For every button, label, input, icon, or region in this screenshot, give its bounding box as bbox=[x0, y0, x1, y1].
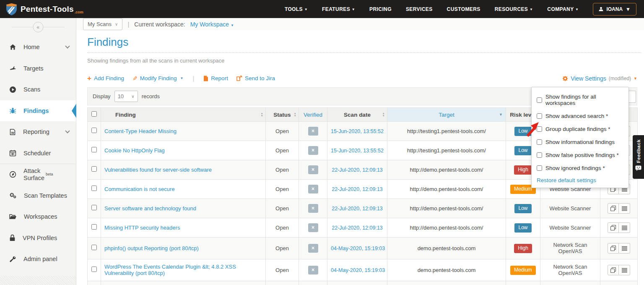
select-all-checkbox[interactable] bbox=[91, 111, 97, 117]
sidebar-collapse-button[interactable] bbox=[33, 22, 43, 32]
scan-date-link[interactable]: 22-Jul-2020, 12:09:13 bbox=[332, 225, 383, 231]
sidebar-item-reporting[interactable]: W Reporting bbox=[0, 121, 76, 143]
row-checkbox[interactable] bbox=[91, 147, 97, 152]
nav-company[interactable]: COMPANY bbox=[547, 6, 579, 12]
menu-item-show-false-positive-findings[interactable]: Show false positive findings * bbox=[532, 149, 628, 162]
menu-item-show-advanced-search[interactable]: Show advanced search * bbox=[532, 110, 628, 123]
column-header-status[interactable]: Status bbox=[266, 108, 299, 122]
nav-features[interactable]: FEATURES bbox=[322, 6, 355, 12]
sidebar-item-admin-panel[interactable]: Admin panel bbox=[0, 248, 76, 270]
checkbox[interactable] bbox=[537, 152, 542, 158]
verified-toggle-button[interactable] bbox=[308, 266, 318, 275]
row-checkbox[interactable] bbox=[91, 267, 97, 272]
checkbox[interactable] bbox=[537, 113, 542, 119]
finding-link[interactable]: Communication is not secure bbox=[104, 186, 175, 192]
list-icon bbox=[622, 225, 627, 230]
view-settings-button[interactable]: View Settings (modified) ▼ bbox=[562, 75, 637, 82]
details-button[interactable] bbox=[619, 222, 630, 233]
duplicate-finding-button[interactable] bbox=[608, 203, 619, 214]
details-button[interactable] bbox=[619, 265, 630, 275]
sidebar-item-findings[interactable]: Findings bbox=[0, 100, 76, 122]
verified-toggle-button[interactable] bbox=[308, 204, 318, 213]
nav-customers[interactable]: CUSTOMERS bbox=[447, 6, 480, 12]
nav-services[interactable]: SERVICES bbox=[406, 6, 433, 12]
row-checkbox-cell[interactable] bbox=[88, 122, 101, 141]
scan-date-link[interactable]: 22-Jul-2020, 12:09:13 bbox=[332, 167, 383, 173]
my-scans-dropdown[interactable]: My Scans∨ bbox=[83, 18, 122, 30]
scan-date-link[interactable]: 04-May-2020, 15:19:03 bbox=[331, 246, 385, 251]
verified-toggle-button[interactable] bbox=[308, 244, 318, 253]
nav-tools[interactable]: TOOLS bbox=[285, 6, 308, 12]
row-checkbox[interactable] bbox=[91, 245, 97, 250]
verified-toggle-button[interactable] bbox=[308, 223, 318, 232]
finding-link[interactable]: Vulnerabilities found for server-side so… bbox=[104, 167, 212, 173]
sidebar-item-scheduler[interactable]: Scheduler bbox=[0, 143, 76, 164]
row-checkbox-cell[interactable] bbox=[88, 218, 101, 238]
details-button[interactable] bbox=[619, 203, 630, 214]
records-per-page-select[interactable]: 10∨ bbox=[114, 91, 138, 102]
sidebar-item-vpn-profiles[interactable]: VPN Profiles bbox=[0, 227, 76, 249]
nav-pricing[interactable]: PRICING bbox=[369, 6, 392, 12]
row-checkbox[interactable] bbox=[91, 205, 97, 210]
restore-default-settings-link[interactable]: Restore default settings bbox=[532, 175, 628, 185]
add-finding-button[interactable]: +Add Finding bbox=[87, 75, 124, 81]
details-button[interactable] bbox=[619, 243, 630, 254]
sidebar-item-targets[interactable]: Targets bbox=[0, 58, 76, 79]
duplicate-finding-button[interactable] bbox=[608, 222, 619, 233]
row-checkbox-cell[interactable] bbox=[88, 238, 101, 259]
scan-date-link[interactable]: 04-May-2020, 15:19:03 bbox=[331, 267, 385, 273]
sidebar-item-scans[interactable]: Scans bbox=[0, 79, 76, 100]
modify-finding-button[interactable]: Modify Finding▼ bbox=[132, 75, 183, 82]
row-checkbox-cell[interactable] bbox=[88, 180, 101, 199]
verified-toggle-button[interactable] bbox=[308, 165, 318, 174]
row-checkbox-cell[interactable] bbox=[88, 199, 101, 218]
verified-toggle-button[interactable] bbox=[308, 185, 318, 193]
row-checkbox-cell[interactable] bbox=[88, 141, 101, 160]
sidebar-item-workspaces[interactable]: Workspaces bbox=[0, 206, 76, 227]
checkbox[interactable] bbox=[537, 139, 542, 145]
scan-date-link[interactable]: 15-Jun-2020, 13:55:52 bbox=[331, 148, 384, 154]
user-menu-button[interactable]: IOANA bbox=[593, 3, 636, 16]
feedback-tab[interactable]: Feedback bbox=[633, 135, 644, 179]
finding-link[interactable]: Content-Type Header Missing bbox=[104, 128, 177, 134]
menu-item-show-ignored-findings[interactable]: Show ignored findings * bbox=[532, 162, 628, 175]
menu-item-show-informational-findings[interactable]: Show informational findings bbox=[532, 136, 628, 149]
finding-link[interactable]: Missing HTTP security headers bbox=[104, 225, 180, 231]
row-checkbox[interactable] bbox=[91, 128, 97, 133]
column-header-target[interactable]: Target▼ bbox=[387, 108, 506, 122]
scan-date-link[interactable]: 22-Jul-2020, 12:09:13 bbox=[332, 206, 383, 212]
finding-link[interactable]: WordPress The Events Calendar Plugin &lt… bbox=[104, 264, 262, 276]
column-header-verified[interactable]: Verified bbox=[299, 108, 327, 122]
row-checkbox-cell[interactable] bbox=[88, 281, 101, 285]
menu-item-group-duplicate-findings[interactable]: Group duplicate findings * bbox=[532, 123, 628, 136]
scan-date-link[interactable]: 15-Jun-2020, 13:55:52 bbox=[331, 128, 384, 134]
report-button[interactable]: Report bbox=[203, 75, 228, 81]
verified-toggle-button[interactable] bbox=[308, 146, 318, 155]
sidebar-item-attack-surface[interactable]: Attack Surfacebeta bbox=[0, 164, 76, 185]
row-checkbox-cell[interactable] bbox=[88, 160, 101, 180]
duplicate-finding-button[interactable] bbox=[608, 243, 619, 254]
duplicate-finding-button[interactable] bbox=[608, 265, 619, 275]
scan-date-link[interactable]: 22-Jul-2020, 12:09:13 bbox=[332, 186, 383, 192]
verified-toggle-button[interactable] bbox=[308, 127, 318, 136]
nav-resources[interactable]: RESOURCES bbox=[495, 6, 533, 12]
send-to-jira-button[interactable]: Send to Jira bbox=[236, 75, 275, 81]
checkbox[interactable] bbox=[537, 97, 542, 103]
current-workspace-link[interactable]: My Workspace ▼ bbox=[190, 21, 234, 28]
row-checkbox[interactable] bbox=[91, 166, 97, 172]
column-header-finding[interactable]: Finding bbox=[101, 108, 266, 122]
nav-items: TOOLS FEATURES PRICING SERVICES CUSTOMER… bbox=[285, 3, 636, 16]
column-header-scan-date[interactable]: Scan date bbox=[327, 108, 387, 122]
select-all-checkbox-cell[interactable] bbox=[88, 108, 101, 122]
row-checkbox[interactable] bbox=[91, 186, 97, 191]
sidebar-item-scan-templates[interactable]: Scan Templates bbox=[0, 185, 76, 207]
row-checkbox[interactable] bbox=[91, 224, 97, 230]
menu-item-show-all-workspaces[interactable]: Show findings for all workspaces bbox=[532, 90, 628, 110]
sidebar-item-home[interactable]: Home bbox=[0, 37, 76, 58]
row-checkbox-cell[interactable] bbox=[88, 259, 101, 281]
finding-link[interactable]: Server software and technology found bbox=[104, 205, 196, 212]
finding-link[interactable]: Cookie No HttpOnly Flag bbox=[104, 147, 165, 154]
checkbox[interactable] bbox=[537, 165, 542, 171]
finding-link[interactable]: phpinfo() output Reporting (port 80/tcp) bbox=[104, 245, 199, 251]
brand-logo[interactable]: Pentest-Tools .com bbox=[6, 3, 86, 16]
